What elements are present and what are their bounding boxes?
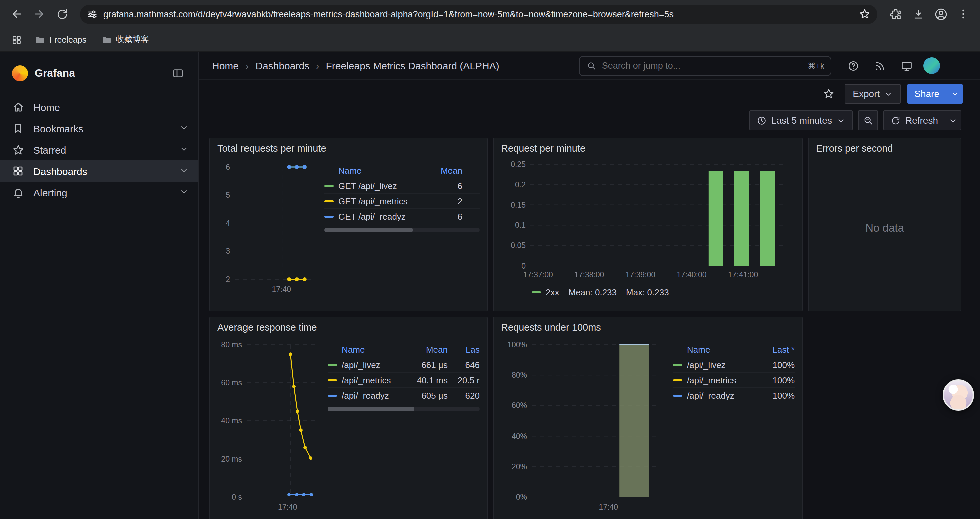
folder-icon [101,34,112,45]
extensions-button[interactable] [885,4,905,24]
omnibox[interactable] [80,4,877,24]
legend-header-name[interactable]: Name [673,344,759,355]
sidebar-item-label: Starred [33,144,180,155]
sidebar-item-alerting[interactable]: Alerting [0,182,198,203]
panel-title[interactable]: Total requests per minute [218,143,480,153]
sidebar-item-dashboards[interactable]: Dashboards [0,160,198,182]
sidebar-item-bookmarks[interactable]: Bookmarks [0,118,198,139]
series-name[interactable]: /api/_livez [342,360,405,370]
grafana-logo[interactable] [12,65,28,81]
series-name[interactable]: 2xx [546,287,559,297]
zoom-out-button[interactable] [858,110,878,130]
panel-title[interactable]: Requests under 100ms [501,322,795,333]
series-color-swatch [324,216,334,217]
series-name[interactable]: /api/_metrics [342,375,405,385]
browser-menu-button[interactable] [953,4,973,24]
export-label: Export [853,88,880,99]
legend-header-name[interactable]: Name [324,165,424,175]
export-button[interactable]: Export [845,84,900,103]
legend-row: GET /api/_metrics 2 [324,194,480,209]
chevron-down-icon[interactable] [180,165,189,175]
downloads-button[interactable] [908,4,928,24]
help-button[interactable] [843,56,864,76]
legend-header-mean[interactable]: Mean [405,344,448,355]
series-name[interactable]: GET /api/_metrics [338,196,424,206]
refresh-button[interactable]: Refresh [883,110,945,130]
series-name[interactable]: /api/_livez [687,360,759,370]
legend-table: Name Mean Las /api/_livez 661 µs 646 [328,342,480,412]
profile-avatar-icon [934,7,948,21]
legend-header-last[interactable]: Last * [759,344,795,355]
line-chart[interactable]: 80 ms60 ms40 ms20 ms0 s17:40 [218,337,321,514]
help-icon [848,60,859,72]
site-info-icon[interactable] [87,8,98,20]
breadcrumb-home[interactable]: Home [212,60,239,72]
series-name[interactable]: /api/_readyz [342,390,405,401]
sidebar: Grafana Home Bookmarks Starred [0,52,199,519]
legend-row: GET /api/_livez 6 [324,178,480,194]
legend-header-last[interactable]: Las [448,344,480,355]
share-menu-button[interactable] [947,84,963,103]
refresh-interval-button[interactable] [945,110,961,130]
series-name[interactable]: /api/_metrics [687,375,759,385]
scrollbar-thumb[interactable] [324,228,413,232]
assistant-avatar[interactable] [943,379,974,411]
legend-scrollbar[interactable] [324,228,480,232]
user-avatar[interactable] [924,57,940,74]
panel-total-requests: Total requests per minute 6543217:40 Nam… [210,137,488,311]
scrollbar-thumb[interactable] [328,407,414,412]
profile-button[interactable] [931,4,951,24]
bookmark-item-freeleaps[interactable]: Freeleaps [29,32,92,48]
legend-scrollbar[interactable] [328,407,480,412]
chevron-down-icon[interactable] [180,187,189,196]
url-input[interactable] [103,9,853,19]
sidebar-item-label: Home [33,101,189,113]
apps-grid-button[interactable] [8,31,25,48]
svg-text:0.25: 0.25 [511,160,526,169]
series-name[interactable]: /api/_readyz [687,390,759,401]
header-icons [843,56,940,76]
back-button[interactable] [7,4,27,24]
breadcrumb: Home › Dashboards › Freeleaps Metrics Da… [212,60,500,72]
chevron-down-icon[interactable] [180,123,189,132]
search-input[interactable] [602,61,808,71]
series-name[interactable]: GET /api/_readyz [338,211,424,222]
svg-text:17:41:00: 17:41:00 [728,270,758,279]
grafana-header: Home › Dashboards › Freeleaps Metrics Da… [199,52,980,80]
forward-button[interactable] [29,4,49,24]
display-button[interactable] [897,56,917,76]
bookmark-item-blog[interactable]: 收藏博客 [96,31,154,48]
svg-text:0.1: 0.1 [515,221,526,230]
series-name[interactable]: GET /api/_livez [338,181,424,191]
bookmark-star-icon[interactable] [859,8,870,20]
sidebar-item-starred[interactable]: Starred [0,139,198,160]
news-button[interactable] [870,56,890,76]
bell-icon [12,186,25,199]
bar-chart[interactable]: 0.250.20.150.10.05017:37:0017:38:0017:39… [501,158,795,282]
time-range-picker[interactable]: Last 5 minutes [749,110,853,130]
svg-text:0: 0 [521,262,526,270]
legend-header-name[interactable]: Name [328,344,405,355]
bookmarks-bar: Freeleaps 收藏博客 [0,28,980,52]
svg-text:17:39:00: 17:39:00 [625,270,655,279]
reload-button[interactable] [52,4,72,24]
favorite-dashboard-button[interactable] [819,84,838,103]
legend-header-mean[interactable]: Mean [424,165,462,175]
panel-title[interactable]: Request per minute [501,143,795,153]
sidebar-collapse-button[interactable] [169,64,188,83]
series-color-swatch [673,364,682,366]
search-box[interactable]: ⌘+k [579,56,832,76]
chevron-down-icon[interactable] [180,144,189,153]
panel-title[interactable]: Errors per second [816,143,953,153]
svg-text:80%: 80% [512,371,527,379]
sidebar-item-home[interactable]: Home [0,96,198,118]
refresh-icon [891,115,900,125]
rss-icon [874,60,886,72]
share-button[interactable]: Share [907,84,947,103]
line-chart[interactable]: 6543217:40 [218,158,318,297]
breadcrumb-dashboards[interactable]: Dashboards [255,60,309,72]
legend-row: /api/_livez 661 µs 646 [328,357,480,373]
bar-chart[interactable]: 100%80%60%40%20%0%17:40 [501,337,667,514]
series-color-swatch [324,185,334,187]
panel-title[interactable]: Average response time [218,322,480,333]
